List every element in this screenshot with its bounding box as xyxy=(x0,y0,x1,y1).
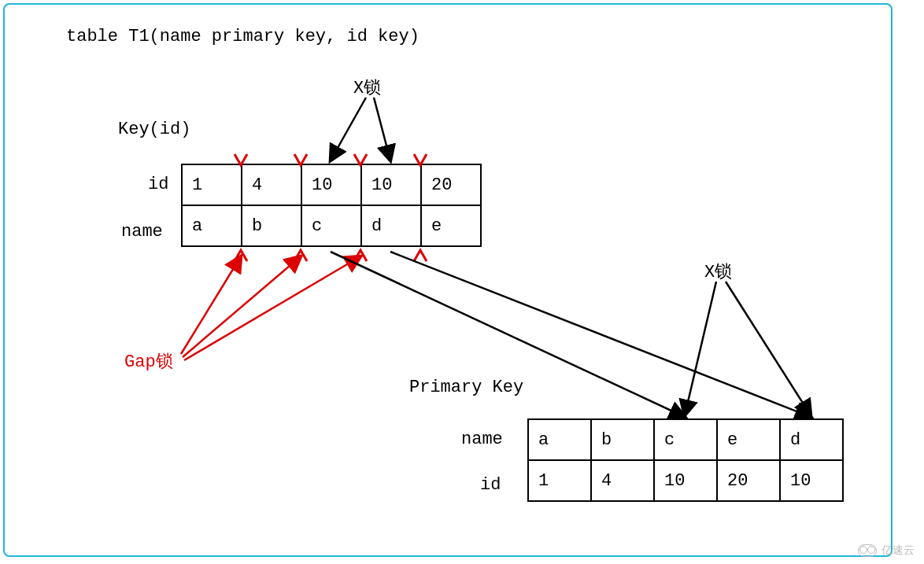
cell: 10 xyxy=(301,164,361,205)
cell: 4 xyxy=(591,460,654,501)
table-row: 1 4 10 20 10 xyxy=(528,460,843,501)
table-row: 1 4 10 10 20 xyxy=(182,164,481,205)
table-row: a b c d e xyxy=(182,205,481,246)
key-id-heading: Key(id) xyxy=(118,120,190,139)
cell: 10 xyxy=(780,460,843,501)
key-table-row-label-id: id xyxy=(148,175,168,194)
pk-table-row-label-name: name xyxy=(461,429,503,449)
cell: e xyxy=(421,205,481,246)
cell: 1 xyxy=(182,164,242,205)
cell: 20 xyxy=(717,460,780,501)
watermark-text: 亿速云 xyxy=(881,544,915,558)
key-table-row-label-name: name xyxy=(121,222,163,241)
cell: a xyxy=(528,419,591,460)
watermark-logo-icon xyxy=(858,544,877,557)
cell: d xyxy=(361,205,421,246)
cell: b xyxy=(591,419,654,460)
x-lock-label-top: X锁 xyxy=(353,76,381,99)
cell: 1 xyxy=(528,460,591,501)
pk-table-row-label-id: id xyxy=(480,475,501,495)
primary-key-table: a b c e d 1 4 10 20 10 xyxy=(527,418,844,502)
primary-key-heading: Primary Key xyxy=(409,378,523,397)
cell: a xyxy=(182,205,242,246)
x-lock-label-right: X锁 xyxy=(704,260,732,283)
cell: d xyxy=(780,419,843,460)
cell: 10 xyxy=(361,164,421,205)
watermark: 亿速云 xyxy=(858,544,915,558)
gap-lock-label: Gap锁 xyxy=(124,349,173,373)
cell: e xyxy=(717,419,780,460)
key-index-table: 1 4 10 10 20 a b c d e xyxy=(181,164,482,247)
cell: c xyxy=(654,419,717,460)
cell: 10 xyxy=(654,460,717,501)
table-row: a b c e d xyxy=(528,419,843,460)
cell: 20 xyxy=(421,164,481,205)
cell: c xyxy=(301,205,361,246)
cell: b xyxy=(242,205,301,246)
diagram-title: table T1(name primary key, id key) xyxy=(66,27,419,46)
cell: 4 xyxy=(242,164,301,205)
